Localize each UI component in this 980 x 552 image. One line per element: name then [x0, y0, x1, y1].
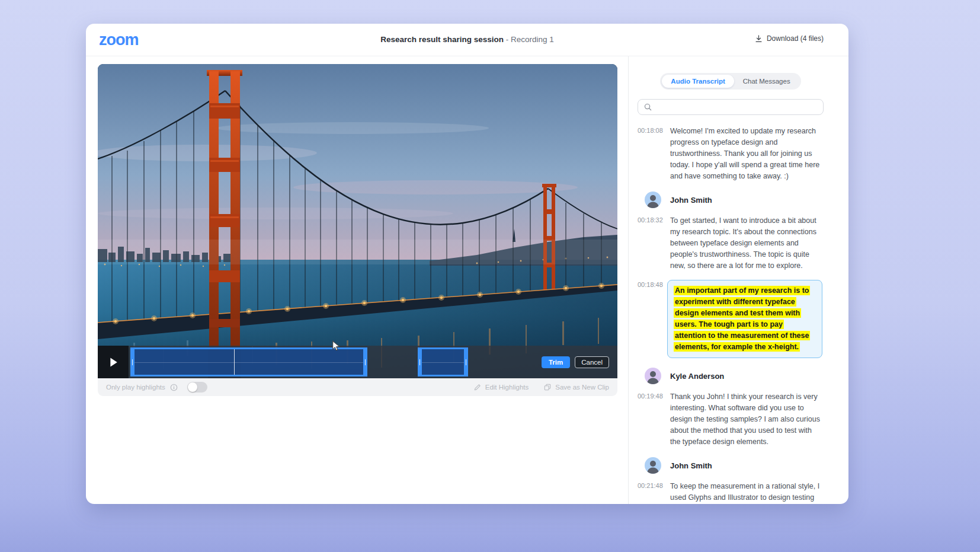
message-text: Thank you John! I think your research is…	[670, 391, 822, 448]
page-title: Research result sharing session - Record…	[86, 35, 848, 44]
cancel-button[interactable]: Cancel	[575, 356, 609, 368]
avatar	[645, 192, 661, 208]
timestamp[interactable]: 00:21:48	[638, 481, 667, 504]
video-content-bridge-scene	[98, 64, 617, 378]
play-button[interactable]	[98, 346, 129, 378]
playhead-line	[234, 349, 235, 375]
highlighted-message-text: An important part of my research is to e…	[674, 286, 810, 352]
avatar	[645, 368, 661, 384]
trim-handle-left[interactable]	[418, 347, 422, 376]
video-frame[interactable]: Trim Cancel	[98, 64, 617, 378]
player-options-bar: Only play highlights Edit Highlights Sav…	[98, 378, 617, 396]
transcript-message-row[interactable]: 00:19:48 Thank you John! I think your re…	[638, 391, 824, 448]
timestamp[interactable]: 00:18:32	[638, 215, 667, 272]
transcript-sidebar: Audio Transcript Chat Messages 00:18:08 …	[628, 56, 848, 504]
trim-button[interactable]: Trim	[542, 356, 570, 368]
pencil-icon	[474, 384, 481, 391]
person-icon	[645, 192, 661, 208]
tab-chat-messages[interactable]: Chat Messages	[734, 75, 799, 88]
copy-icon	[544, 384, 551, 391]
video-player: Trim Cancel Only play highlights	[98, 64, 617, 396]
download-icon	[755, 35, 763, 43]
message-text: Welcome! I'm excited to update my resear…	[670, 126, 822, 182]
trim-segment-2[interactable]	[418, 347, 468, 376]
speaker-name: Kyle Anderson	[670, 372, 724, 381]
main-area: Trim Cancel Only play highlights	[86, 56, 628, 504]
header: zoom Research result sharing session - R…	[86, 24, 848, 56]
edit-highlights-label: Edit Highlights	[485, 384, 529, 391]
timestamp[interactable]: 00:18:48	[638, 280, 667, 358]
recording-window: zoom Research result sharing session - R…	[86, 24, 848, 504]
person-icon	[645, 368, 661, 384]
speaker-row: Kyle Anderson	[638, 368, 824, 384]
sidebar-tabs: Audio Transcript Chat Messages	[660, 73, 800, 90]
segment-midline	[134, 362, 363, 363]
session-title: Research result sharing session	[380, 35, 504, 44]
tab-audio-transcript[interactable]: Audio Transcript	[662, 75, 734, 88]
transcript-highlighted-row[interactable]: 00:18:48 An important part of my researc…	[638, 280, 824, 358]
edit-highlights-button[interactable]: Edit Highlights	[474, 384, 529, 391]
download-button[interactable]: Download (4 files)	[755, 34, 824, 43]
save-as-new-clip-label: Save as New Clip	[555, 384, 609, 391]
info-icon[interactable]	[170, 384, 178, 391]
save-as-new-clip-button[interactable]: Save as New Clip	[544, 384, 609, 391]
trim-handle-right[interactable]	[363, 347, 367, 376]
trim-timeline-bar: Trim Cancel	[98, 346, 617, 378]
transcript-message-row[interactable]: 00:18:08 Welcome! I'm excited to update …	[638, 126, 824, 182]
transcript-message-row[interactable]: 00:18:32 To get started, I want to intro…	[638, 215, 824, 272]
trim-segment-1[interactable]	[130, 347, 367, 376]
search-icon	[644, 103, 652, 111]
trim-handle-left[interactable]	[130, 347, 134, 376]
transcript-search[interactable]	[638, 99, 824, 115]
recording-label: - Recording 1	[504, 35, 554, 44]
message-text: To keep the measurement in a rational st…	[670, 481, 822, 504]
search-input[interactable]	[656, 103, 817, 111]
speaker-row: John Smith	[638, 457, 824, 474]
only-play-highlights-toggle[interactable]	[187, 382, 207, 393]
trim-handle-right[interactable]	[464, 347, 468, 376]
timestamp[interactable]: 00:18:08	[638, 126, 667, 182]
person-icon	[645, 457, 661, 474]
play-icon	[109, 358, 118, 367]
download-label: Download (4 files)	[767, 34, 824, 43]
transcript-message-row[interactable]: 00:21:48 To keep the measurement in a ra…	[638, 481, 824, 504]
speaker-row: John Smith	[638, 192, 824, 208]
timestamp[interactable]: 00:19:48	[638, 391, 667, 448]
only-play-highlights-label: Only play highlights	[106, 384, 165, 391]
segment-midline	[422, 362, 464, 363]
highlighted-message-box[interactable]: An important part of my research is to e…	[667, 280, 822, 358]
transcript-list: 00:18:08 Welcome! I'm excited to update …	[638, 126, 824, 504]
avatar	[645, 457, 661, 474]
message-text: To get started, I want to introduce a bi…	[670, 215, 822, 272]
toggle-knob	[188, 382, 197, 392]
speaker-name: John Smith	[670, 461, 712, 470]
speaker-name: John Smith	[670, 196, 712, 205]
